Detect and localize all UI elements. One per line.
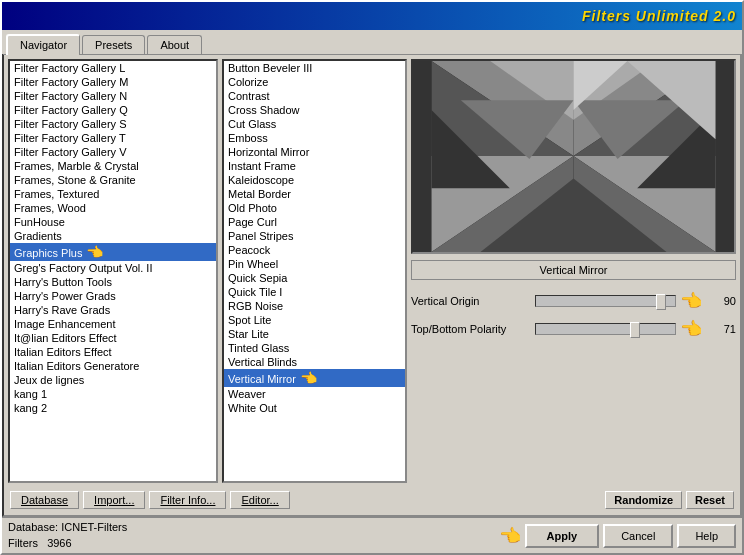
category-list-item[interactable]: Frames, Marble & Crystal (10, 159, 216, 173)
filter-list-item[interactable]: Weaver (224, 387, 405, 401)
filter-list-item[interactable]: Instant Frame (224, 159, 405, 173)
slider-track-0[interactable] (535, 295, 676, 307)
filter-list-item[interactable]: Cross Shadow (224, 103, 405, 117)
tab-navigator[interactable]: Navigator (6, 34, 80, 55)
bottom-toolbar: Database Import... Filter Info... Editor… (8, 487, 736, 511)
filter-name-text: Vertical Mirror (540, 264, 608, 276)
slider-label-1: Top/Bottom Polarity (411, 323, 531, 335)
category-list-item[interactable]: kang 2 (10, 401, 216, 415)
preview-box (411, 59, 736, 254)
category-list-item[interactable]: Filter Factory Gallery V (10, 145, 216, 159)
category-list-item[interactable]: Italian Editors Generatore (10, 359, 216, 373)
filter-list-item[interactable]: Quick Tile I (224, 285, 405, 299)
editor-button[interactable]: Editor... (230, 491, 289, 509)
filter-list-item[interactable]: Metal Border (224, 187, 405, 201)
cancel-button[interactable]: Cancel (603, 524, 673, 548)
apply-button[interactable]: Apply (525, 524, 600, 548)
tabs-bar: Navigator Presets About (2, 30, 742, 54)
category-list-item[interactable]: Jeux de lignes (10, 373, 216, 387)
category-list-item[interactable]: Filter Factory Gallery T (10, 131, 216, 145)
category-list-item[interactable]: Frames, Stone & Granite (10, 173, 216, 187)
filter-list-item[interactable]: White Out (224, 401, 405, 415)
right-panel: Vertical Mirror Vertical Origin 👈 90 (411, 59, 736, 483)
slider-row-0: Vertical Origin 👈 90 (411, 290, 736, 312)
filter-list-item[interactable]: Star Lite (224, 327, 405, 341)
slider-value-1: 71 (706, 323, 736, 335)
category-list-item[interactable]: Filter Factory Gallery Q (10, 103, 216, 117)
slider-track-1[interactable] (535, 323, 676, 335)
filter-list-item[interactable]: Colorize (224, 75, 405, 89)
slider-value-0: 90 (706, 295, 736, 307)
preview-image (413, 61, 734, 252)
main-window: Filters Unlimited 2.0 Navigator Presets … (0, 0, 744, 555)
filter-list-item[interactable]: Vertical Blinds (224, 355, 405, 369)
help-button[interactable]: Help (677, 524, 736, 548)
category-list-item[interactable]: Greg's Factory Output Vol. II (10, 261, 216, 275)
title-bar-text: Filters Unlimited 2.0 (582, 8, 736, 24)
filter-list-item[interactable]: Emboss (224, 131, 405, 145)
filter-list-item[interactable]: Tinted Glass (224, 341, 405, 355)
bottom-buttons: 👈 Apply Cancel Help (499, 524, 736, 548)
category-list-item[interactable]: Harry's Button Tools (10, 275, 216, 289)
filter-list-item[interactable]: Page Curl (224, 215, 405, 229)
category-list-item[interactable]: It@lian Editors Effect (10, 331, 216, 345)
filter-list-item[interactable]: Quick Sepia (224, 271, 405, 285)
filter-list-item[interactable]: Old Photo (224, 201, 405, 215)
category-list-item[interactable]: Filter Factory Gallery N (10, 89, 216, 103)
status-section-db: Database: ICNET-Filters Filters 3966 (8, 520, 127, 551)
middle-list-container: Button Beveler IIIColorizeContrastCross … (222, 59, 407, 483)
filter-list-item[interactable]: Horizontal Mirror (224, 145, 405, 159)
status-filters: Filters 3966 (8, 536, 127, 551)
filter-list-item[interactable]: Contrast (224, 89, 405, 103)
slider-label-0: Vertical Origin (411, 295, 531, 307)
left-list-container: Filter Factory Gallery LFilter Factory G… (8, 59, 218, 483)
status-bar: Database: ICNET-Filters Filters 3966 👈 A… (2, 517, 742, 553)
slider-row-1: Top/Bottom Polarity 👈 71 (411, 318, 736, 340)
category-list-item[interactable]: Italian Editors Effect (10, 345, 216, 359)
category-list-item[interactable]: Frames, Textured (10, 187, 216, 201)
tab-about[interactable]: About (147, 35, 202, 54)
filter-list-item[interactable]: Kaleidoscope (224, 173, 405, 187)
filter-info-button[interactable]: Filter Info... (149, 491, 226, 509)
category-list-item[interactable]: Graphics Plus👈 (10, 243, 216, 261)
slider-hand-1: 👈 (680, 318, 702, 340)
content-area: Filter Factory Gallery LFilter Factory G… (2, 54, 742, 517)
category-list-item[interactable]: Filter Factory Gallery S (10, 117, 216, 131)
category-list[interactable]: Filter Factory Gallery LFilter Factory G… (8, 59, 218, 483)
filter-list-item[interactable]: Spot Lite (224, 313, 405, 327)
filter-list-item[interactable]: Peacock (224, 243, 405, 257)
randomize-button[interactable]: Randomize (605, 491, 682, 509)
filter-list-item[interactable]: Button Beveler III (224, 61, 405, 75)
sliders-area: Vertical Origin 👈 90 Top/Bottom Polarity (411, 286, 736, 344)
title-bar: Filters Unlimited 2.0 (2, 2, 742, 30)
filter-list-item[interactable]: Pin Wheel (224, 257, 405, 271)
slider-thumb-1[interactable] (630, 322, 640, 338)
filter-list-item[interactable]: Panel Stripes (224, 229, 405, 243)
status-database: Database: ICNET-Filters (8, 520, 127, 535)
filter-name-display: Vertical Mirror (411, 260, 736, 280)
filter-list-item[interactable]: Cut Glass (224, 117, 405, 131)
category-list-item[interactable]: Harry's Power Grads (10, 289, 216, 303)
category-list-item[interactable]: Filter Factory Gallery L (10, 61, 216, 75)
filter-list-item[interactable]: Vertical Mirror👈 (224, 369, 405, 387)
tab-presets[interactable]: Presets (82, 35, 145, 54)
import-button[interactable]: Import... (83, 491, 145, 509)
slider-thumb-0[interactable] (656, 294, 666, 310)
database-button[interactable]: Database (10, 491, 79, 509)
category-list-item[interactable]: Harry's Rave Grads (10, 303, 216, 317)
category-list-item[interactable]: Filter Factory Gallery M (10, 75, 216, 89)
filter-list-item[interactable]: RGB Noise (224, 299, 405, 313)
main-content: Filter Factory Gallery LFilter Factory G… (8, 59, 736, 483)
reset-button[interactable]: Reset (686, 491, 734, 509)
category-list-item[interactable]: kang 1 (10, 387, 216, 401)
slider-hand-0: 👈 (680, 290, 702, 312)
category-list-item[interactable]: Gradients (10, 229, 216, 243)
category-list-item[interactable]: FunHouse (10, 215, 216, 229)
category-list-item[interactable]: Image Enhancement (10, 317, 216, 331)
apply-hand-icon: 👈 (499, 525, 521, 547)
filter-list[interactable]: Button Beveler IIIColorizeContrastCross … (222, 59, 407, 483)
category-list-item[interactable]: Frames, Wood (10, 201, 216, 215)
